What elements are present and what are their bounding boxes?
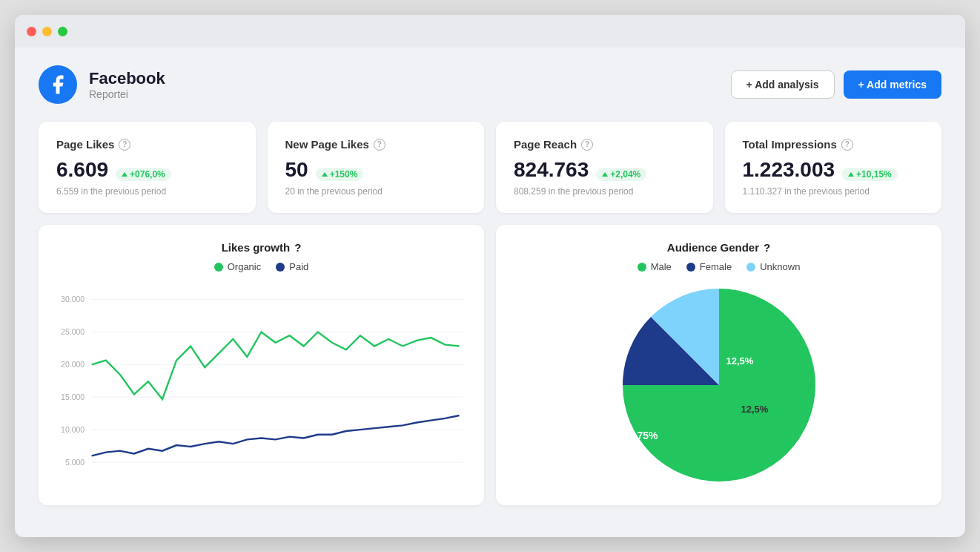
metric-value-total-impressions: 1.223.003 xyxy=(743,158,835,182)
metric-value-row-0: 6.609 +076,0% xyxy=(56,158,238,182)
svg-text:5.000: 5.000 xyxy=(65,459,85,467)
legend-dot-male xyxy=(638,263,646,272)
metric-value-row-2: 824.763 +2,04% xyxy=(514,158,695,182)
audience-gender-title: Audience Gender ? xyxy=(514,241,924,254)
legend-dot-organic xyxy=(214,263,223,272)
minimize-dot[interactable] xyxy=(42,27,52,36)
metric-badge-page-likes: +076,0% xyxy=(116,168,171,181)
metric-badge-page-reach: +2,04% xyxy=(596,168,646,181)
svg-text:25.000: 25.000 xyxy=(61,328,85,336)
legend-paid: Paid xyxy=(276,261,308,272)
metric-card-page-likes: Page Likes ? 6.609 +076,0% 6.559 in the … xyxy=(39,122,256,213)
fullscreen-dot[interactable] xyxy=(58,27,67,36)
metric-value-row-3: 1.223.003 +10,15% xyxy=(743,158,924,182)
help-icon-page-reach[interactable]: ? xyxy=(581,139,593,151)
arrow-up-icon-3 xyxy=(848,172,854,177)
likes-growth-chart-card: Likes growth ? Organic Paid xyxy=(39,225,484,505)
charts-row: Likes growth ? Organic Paid xyxy=(39,225,941,505)
header-buttons: + Add analysis + Add metrics xyxy=(731,70,941,99)
metric-badge-new-page-likes: +150% xyxy=(316,168,364,181)
page-title: Facebook xyxy=(89,69,165,88)
svg-text:10.000: 10.000 xyxy=(61,426,85,434)
audience-gender-legend: Male Female Unknown xyxy=(514,261,924,272)
legend-organic: Organic xyxy=(214,261,262,272)
metric-value-page-likes: 6.609 xyxy=(56,158,108,182)
legend-dot-paid xyxy=(276,263,285,272)
metric-label-page-likes: Page Likes ? xyxy=(56,138,238,151)
close-dot[interactable] xyxy=(27,27,36,36)
arrow-up-icon xyxy=(122,172,128,177)
audience-gender-chart-card: Audience Gender ? Male Female Unknown xyxy=(496,225,941,505)
legend-male: Male xyxy=(638,261,672,272)
metric-prev-page-reach: 808.259 in the previous period xyxy=(514,186,695,197)
add-metrics-button[interactable]: + Add metrics xyxy=(844,70,941,99)
legend-dot-female xyxy=(686,263,695,272)
header-text: Facebook Reportei xyxy=(89,69,165,100)
legend-unknown: Unknown xyxy=(746,261,800,272)
metric-prev-total-impressions: 1.110.327 in the previous period xyxy=(743,186,924,197)
titlebar xyxy=(15,15,965,47)
likes-growth-title: Likes growth ? xyxy=(56,241,466,254)
svg-text:15.000: 15.000 xyxy=(61,393,85,401)
metric-value-page-reach: 824.763 xyxy=(514,158,589,182)
metric-value-new-page-likes: 50 xyxy=(285,158,308,182)
help-icon-likes-growth[interactable]: ? xyxy=(294,241,301,254)
header-left: Facebook Reportei xyxy=(39,65,165,104)
main-content: Facebook Reportei + Add analysis + Add m… xyxy=(15,47,965,523)
help-icon-total-impressions[interactable]: ? xyxy=(841,139,853,151)
likes-growth-legend: Organic Paid xyxy=(56,261,466,272)
arrow-up-icon-1 xyxy=(322,172,328,177)
metric-card-total-impressions: Total Impressions ? 1.223.003 +10,15% 1.… xyxy=(725,122,942,213)
metric-prev-page-likes: 6.559 in the previous period xyxy=(56,186,238,197)
metric-card-new-page-likes: New Page Likes ? 50 +150% 20 in the prev… xyxy=(268,122,485,213)
legend-dot-unknown xyxy=(746,263,755,272)
metric-prev-new-page-likes: 20 in the previous period xyxy=(285,186,467,197)
metric-label-new-page-likes: New Page Likes ? xyxy=(285,138,467,151)
svg-text:20.000: 20.000 xyxy=(61,361,85,369)
metric-label-total-impressions: Total Impressions ? xyxy=(743,138,924,151)
app-window: Facebook Reportei + Add analysis + Add m… xyxy=(15,15,965,537)
metric-label-page-reach: Page Reach ? xyxy=(514,138,695,151)
metrics-row: Page Likes ? 6.609 +076,0% 6.559 in the … xyxy=(39,122,941,213)
add-analysis-button[interactable]: + Add analysis xyxy=(731,70,835,99)
help-icon-new-page-likes[interactable]: ? xyxy=(374,139,385,151)
metric-value-row-1: 50 +150% xyxy=(285,158,467,182)
legend-female: Female xyxy=(686,261,732,272)
audience-gender-pie xyxy=(514,281,924,489)
help-icon-page-likes[interactable]: ? xyxy=(119,139,130,151)
likes-growth-chart: 30.000 25.000 20.000 15.000 10.000 5.000 xyxy=(56,281,466,489)
page-header: Facebook Reportei + Add analysis + Add m… xyxy=(39,65,941,104)
metric-badge-total-impressions: +10,15% xyxy=(842,168,898,181)
arrow-up-icon-2 xyxy=(602,172,608,177)
svg-text:30.000: 30.000 xyxy=(61,295,85,303)
metric-card-page-reach: Page Reach ? 824.763 +2,04% 808.259 in t… xyxy=(496,122,713,213)
facebook-logo xyxy=(39,65,77,104)
page-subtitle: Reportei xyxy=(89,88,165,100)
help-icon-audience-gender[interactable]: ? xyxy=(764,241,770,254)
